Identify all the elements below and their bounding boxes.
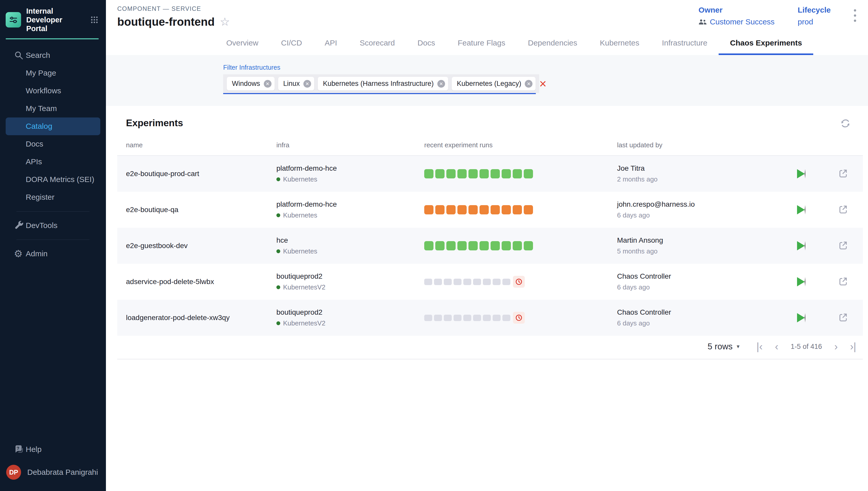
filter-chip-kubernetes-harness-infrastructure: Kubernetes (Harness Infrastructure)× bbox=[318, 77, 448, 90]
run-cell-green bbox=[435, 241, 444, 250]
updated-cell: Joe Titra2 months ago bbox=[617, 164, 783, 183]
row-actions bbox=[783, 276, 863, 287]
open-experiment-icon[interactable] bbox=[838, 312, 848, 323]
sidebar-item-dora-metrics-sei[interactable]: DORA Metrics (SEI) bbox=[0, 171, 106, 189]
experiments-title: Experiments bbox=[126, 118, 183, 128]
recent-runs-strip[interactable] bbox=[424, 169, 617, 178]
run-cell-green bbox=[502, 169, 511, 178]
sidebar-item-label: Catalog bbox=[26, 122, 52, 131]
open-experiment-icon[interactable] bbox=[838, 204, 848, 215]
recent-runs-strip[interactable] bbox=[424, 312, 617, 324]
run-cell-gray bbox=[454, 279, 462, 285]
tab-docs[interactable]: Docs bbox=[406, 35, 446, 55]
sidebar-divider bbox=[17, 239, 89, 240]
sidebar-item-my-page[interactable]: My Page bbox=[0, 64, 106, 82]
first-page-button[interactable]: |‹ bbox=[756, 341, 762, 352]
sidebar-item-label: My Team bbox=[26, 104, 57, 113]
run-cell-green bbox=[468, 241, 478, 250]
name-cell: e2e-boutique-qa bbox=[117, 206, 277, 214]
recent-runs-strip[interactable] bbox=[424, 241, 617, 250]
rows-per-page-select[interactable]: 5 rows ▾ bbox=[707, 342, 740, 351]
run-cell-orange bbox=[468, 205, 478, 214]
open-experiment-icon[interactable] bbox=[838, 276, 848, 287]
infra-subrow: Kubernetes bbox=[277, 211, 424, 219]
team-icon bbox=[699, 19, 707, 25]
app-root: Internal Developer Portal SearchMy PageW… bbox=[0, 0, 868, 491]
prev-page-button[interactable]: ‹ bbox=[775, 341, 778, 352]
sidebar-item-apis[interactable]: APIs bbox=[0, 153, 106, 171]
sidebar-item-search[interactable]: Search bbox=[0, 47, 106, 64]
tab-chaos-experiments[interactable]: Chaos Experiments bbox=[719, 35, 813, 55]
tab-feature-flags[interactable]: Feature Flags bbox=[446, 35, 517, 55]
favorite-star-icon[interactable]: ☆ bbox=[220, 16, 230, 28]
app-title: Internal Developer Portal bbox=[26, 7, 85, 33]
sidebar-item-label: Docs bbox=[26, 140, 43, 148]
table-header: name infra recent experiment runs last u… bbox=[117, 137, 863, 156]
tab-api[interactable]: API bbox=[313, 35, 348, 55]
last-page-button[interactable]: ›| bbox=[850, 341, 856, 352]
next-page-button[interactable]: › bbox=[834, 341, 838, 352]
chip-remove-icon[interactable]: × bbox=[525, 80, 532, 88]
sidebar-item-devtools[interactable]: DevTools bbox=[0, 217, 106, 234]
refresh-icon[interactable] bbox=[840, 118, 851, 130]
chip-remove-icon[interactable]: × bbox=[303, 80, 311, 88]
help-chat-icon: ? bbox=[14, 444, 24, 454]
user-menu[interactable]: DP Debabrata Panigrahi bbox=[0, 458, 106, 486]
run-cell-green bbox=[524, 169, 533, 178]
tab-ci-cd[interactable]: CI/CD bbox=[270, 35, 313, 55]
sidebar-item-workflows[interactable]: Workflows bbox=[0, 82, 106, 100]
run-experiment-button[interactable] bbox=[797, 169, 805, 178]
recent-runs-strip[interactable] bbox=[424, 276, 617, 288]
run-cell-green bbox=[424, 241, 433, 250]
recent-runs-strip[interactable] bbox=[424, 205, 617, 214]
updated-by: Joe Titra bbox=[617, 164, 783, 173]
kebab-menu-icon[interactable] bbox=[854, 6, 856, 26]
run-cell-gray bbox=[483, 315, 491, 321]
owner-link[interactable]: Customer Success bbox=[710, 18, 775, 26]
run-cell-green bbox=[480, 169, 489, 178]
owner-label: Owner bbox=[699, 6, 775, 15]
name-cell: adservice-pod-delete-5lwbx bbox=[117, 278, 277, 286]
updated-by: Martin Ansong bbox=[617, 236, 783, 244]
chip-label: Kubernetes (Legacy) bbox=[457, 80, 521, 88]
run-cell-gray bbox=[444, 315, 452, 321]
run-cell-green bbox=[491, 169, 500, 178]
row-actions bbox=[783, 204, 863, 215]
chip-remove-icon[interactable]: × bbox=[437, 80, 445, 88]
tab-dependencies[interactable]: Dependencies bbox=[517, 35, 588, 55]
tab-infrastructure[interactable]: Infrastructure bbox=[651, 35, 719, 55]
filter-input[interactable]: Windows×Linux×Kubernetes (Harness Infras… bbox=[223, 74, 536, 94]
run-experiment-button[interactable] bbox=[797, 277, 805, 286]
sidebar-item-docs[interactable]: Docs bbox=[0, 135, 106, 153]
filter-chip-kubernetes-legacy: Kubernetes (Legacy)× bbox=[452, 77, 536, 90]
clear-filters-button[interactable]: × bbox=[539, 74, 546, 93]
sidebar-item-catalog[interactable]: Catalog bbox=[6, 117, 100, 135]
overdue-clock-icon bbox=[515, 314, 523, 322]
run-experiment-button[interactable] bbox=[797, 241, 805, 250]
run-experiment-button[interactable] bbox=[797, 313, 805, 322]
overdue-run-badge bbox=[513, 312, 525, 324]
open-experiment-icon[interactable] bbox=[838, 240, 848, 252]
tab-label: Overview bbox=[226, 38, 258, 47]
table-row: adservice-pod-delete-5lwbxboutiqueprod2K… bbox=[117, 264, 863, 300]
overdue-run-badge bbox=[513, 276, 525, 288]
filter-chips: Windows×Linux×Kubernetes (Harness Infras… bbox=[223, 74, 539, 93]
sidebar-item-label: Admin bbox=[26, 249, 48, 258]
tab-scorecard[interactable]: Scorecard bbox=[348, 35, 406, 55]
sidebar-item-register[interactable]: Register bbox=[0, 189, 106, 206]
run-cell-green bbox=[524, 241, 533, 250]
apps-grid-icon[interactable] bbox=[90, 16, 99, 24]
sidebar-item-admin[interactable]: ⚙ Admin bbox=[0, 245, 106, 263]
runs-cell bbox=[424, 312, 617, 324]
open-experiment-icon[interactable] bbox=[838, 168, 848, 179]
infra-name: boutiqueprod2 bbox=[277, 272, 424, 281]
help-button[interactable]: ? Help bbox=[0, 440, 106, 458]
run-cell-gray bbox=[444, 279, 452, 285]
tab-overview[interactable]: Overview bbox=[215, 35, 270, 55]
tab-label: CI/CD bbox=[281, 38, 302, 47]
chip-remove-icon[interactable]: × bbox=[264, 80, 271, 88]
tab-kubernetes[interactable]: Kubernetes bbox=[588, 35, 650, 55]
infra-type: Kubernetes bbox=[283, 211, 317, 219]
sidebar-item-my-team[interactable]: My Team bbox=[0, 100, 106, 117]
run-experiment-button[interactable] bbox=[797, 205, 805, 214]
